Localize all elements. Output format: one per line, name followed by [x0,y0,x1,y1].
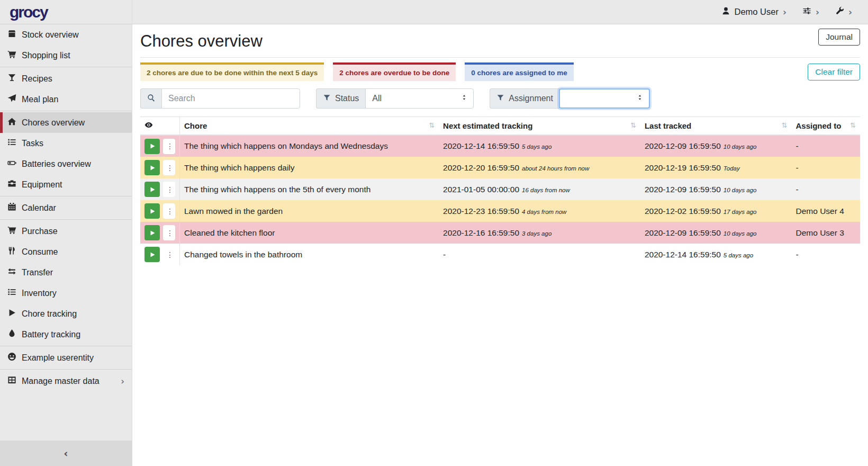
sort-icon[interactable]: ⇅ [782,121,788,129]
last-tracked-timeago: Today [724,165,740,172]
select-caret-icon [636,94,644,103]
chevron-right-icon: › [121,376,124,387]
track-chore-button[interactable] [144,203,160,219]
sort-icon[interactable]: ⇅ [850,121,856,129]
home-icon [7,117,16,128]
assignment-addon: Assignment [490,88,559,109]
utensils-icon [7,246,16,257]
settings-menu[interactable]: › [802,6,819,17]
search-icon [147,94,155,104]
next-tracking-cell: 2020-12-16 16:59:503 days ago [439,222,640,244]
track-chore-button[interactable] [144,160,160,175]
last-tracked-datetime: 2020-12-19 16:59:50 [645,163,721,172]
sidebar-item-chores-overview[interactable]: Chores overview [0,112,132,133]
row-menu-button[interactable]: ⋮ [163,225,175,240]
journal-button[interactable]: Journal [818,29,860,46]
filter-controls-row: Status All Assignment [140,88,860,109]
chevron-right-icon: › [816,7,819,17]
sidebar-item-label: Inventory [22,289,57,298]
due-soon-message[interactable]: 2 chores are due to be done within the n… [140,62,324,81]
last-tracked-timeago: 10 days ago [724,230,757,237]
next-tracking-timeago: about 24 hours from now [522,165,589,172]
sidebar-item-transfer[interactable]: Transfer [0,262,132,283]
table-row: ⋮ The thing which happens on Mondays and… [140,135,860,157]
sidebar-item-shopping-list[interactable]: Shopping list [0,45,132,66]
sidebar-item-label: Manage master data [22,377,100,386]
last-tracked-cell: 2020-12-02 16:59:5017 days ago [640,200,792,222]
row-menu-button[interactable]: ⋮ [163,139,175,154]
column-header-chore[interactable]: Chore⇅ [180,117,439,136]
grocy-logo[interactable]: grocy [10,3,48,21]
list-icon [7,288,16,299]
search-input[interactable] [161,88,300,109]
next-tracking-timeago: 3 days ago [522,230,551,237]
next-tracking-timeago: 16 days from now [522,187,570,193]
track-chore-button[interactable] [144,225,160,240]
sidebar-item-chore-tracking[interactable]: Chore tracking [0,303,132,324]
next-tracking-datetime: 2021-01-05 00:00:00 [443,185,519,194]
page-header: Chores overview Journal [140,29,860,58]
assigned-to-cell: Demo User 3 [791,222,860,244]
column-header-next-estimated-tracking[interactable]: Next estimated tracking⇅ [439,117,640,136]
chore-name: The thing which happens on the 5th of ev… [180,178,439,200]
sidebar-item-purchase[interactable]: Purchase [0,221,132,241]
logo-area: grocy [0,0,132,24]
sort-icon[interactable]: ⇅ [429,121,435,129]
row-menu-button[interactable]: ⋮ [163,160,175,175]
content: Chores overview Journal 2 chores are due… [132,24,868,466]
last-tracked-datetime: 2020-12-09 16:59:50 [645,185,721,194]
track-chore-button[interactable] [144,182,160,197]
user-icon [721,6,730,17]
assignment-select[interactable] [559,88,650,109]
status-select[interactable]: All [365,88,474,109]
cocktail-icon [7,73,16,84]
last-tracked-timeago: 10 days ago [724,144,757,150]
sidebar-item-recipes[interactable]: Recipes [0,68,132,89]
column-header-assigned-to[interactable]: Assigned to⇅ [791,117,860,136]
track-chore-button[interactable] [144,247,160,262]
table-row: ⋮ Cleaned the kitchen floor 2020-12-16 1… [140,222,860,244]
sidebar-item-label: Example userentity [22,353,94,363]
sidebar-item-label: Tasks [22,139,43,148]
assigned-to-me-message[interactable]: 0 chores are assigned to me [465,62,574,81]
sidebar-item-label: Meal plan [22,95,58,104]
water-drop-icon [7,329,16,340]
next-tracking-cell: 2021-01-05 00:00:0016 days from now [439,178,640,200]
row-menu-button[interactable]: ⋮ [163,182,175,197]
column-label: Last tracked [645,121,691,130]
sidebar-collapse-button[interactable]: ‹ [0,441,132,466]
row-menu-button[interactable]: ⋮ [163,247,175,262]
sidebar-item-stock-overview[interactable]: Stock overview [0,24,132,45]
sidebar-item-consume[interactable]: Consume [0,241,132,262]
sidebar-item-batteries-overview[interactable]: Batteries overview [0,154,132,174]
chevron-left-icon: ‹ [64,447,68,459]
sidebar-item-example-userentity[interactable]: Example userentity [0,347,132,368]
chore-name: Changed towels in the bathroom [180,244,439,265]
clear-filter-button[interactable]: Clear filter [808,64,860,80]
sidebar-item-manage-master-data[interactable]: Manage master data› [0,371,132,391]
sidebar-item-inventory[interactable]: Inventory [0,283,132,303]
sidebar-item-label: Battery tracking [22,330,80,339]
sidebar-item-equipment[interactable]: Equipment [0,174,132,195]
sidebar-divider [0,111,132,111]
page-title: Chores overview [140,32,263,51]
column-header-last-tracked[interactable]: Last tracked⇅ [640,117,792,136]
sidebar-item-label: Shopping list [22,51,70,60]
sidebar-item-tasks[interactable]: Tasks [0,133,132,154]
sidebar-item-meal-plan[interactable]: Meal plan [0,89,132,110]
play-icon [7,308,16,319]
row-menu-button[interactable]: ⋮ [163,203,175,219]
cart-icon [7,226,16,237]
admin-menu[interactable]: › [835,6,852,17]
sidebar-item-battery-tracking[interactable]: Battery tracking [0,324,132,345]
track-chore-button[interactable] [144,139,160,154]
sidebar-item-label: Calendar [22,203,56,213]
next-tracking-timeago: 4 days from now [522,209,566,215]
sidebar-nav: Stock overview Shopping list Recipes Mea… [0,24,132,391]
overdue-message[interactable]: 2 chores are overdue to be done [333,62,456,81]
search-group [140,88,300,109]
sort-icon[interactable]: ⇅ [630,121,636,129]
sidebar-item-calendar[interactable]: Calendar [0,198,132,218]
user-menu[interactable]: Demo User › [721,6,786,17]
last-tracked-cell: 2020-12-19 16:59:50Today [640,157,792,178]
